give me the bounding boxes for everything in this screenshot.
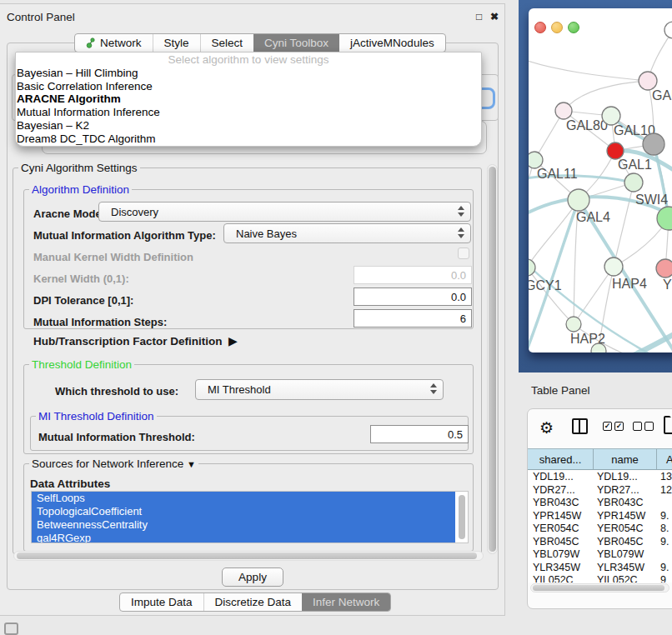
stepper-arrows-icon — [430, 383, 437, 394]
table-row[interactable]: YPR145WYPR145W9. — [528, 510, 672, 523]
mi-threshold-input[interactable]: 0.5 — [370, 425, 469, 443]
bottom-tab-impute-data[interactable]: Impute Data — [120, 593, 203, 611]
select-all-check-icon[interactable]: ✓ — [603, 422, 612, 431]
hub-definition-label[interactable]: Hub/Transcription Factor Definition — [33, 335, 223, 348]
kernel-width-label: Kernel Width (0,1): — [33, 272, 129, 285]
attribute-item-selfloops[interactable]: SelfLoops — [32, 492, 455, 505]
network-node-y[interactable] — [656, 259, 672, 278]
network-node-gal11[interactable] — [529, 152, 543, 168]
algorithm-option-bayesian-hill-climbing[interactable]: Bayesian – Hill Climbing — [16, 67, 481, 80]
attribute-item-gal4rgexp[interactable]: gal4RGexp — [32, 532, 455, 543]
network-node-hap2[interactable] — [566, 317, 581, 332]
settings-vertical-scrollbar[interactable] — [487, 164, 498, 554]
apply-button[interactable]: Apply — [222, 568, 283, 587]
network-node-gcy1[interactable] — [529, 259, 535, 276]
table-horizontal-scrollbar[interactable] — [530, 583, 669, 592]
table-row[interactable]: YBR043CYBR043C — [528, 497, 672, 510]
algorithm-option-bayesian-k2[interactable]: Bayesian – K2 — [16, 119, 481, 132]
mi-threshold-label: Mutual Information Threshold: — [38, 431, 195, 443]
collapsed-panel-icon[interactable] — [4, 622, 18, 635]
collapse-down-icon[interactable]: ▼ — [187, 459, 196, 469]
network-node-label: Y — [663, 278, 672, 292]
mi-steps-input[interactable]: 6 — [354, 309, 472, 328]
gear-icon[interactable]: ⚙ — [539, 418, 554, 438]
aracne-mode-value: Discovery — [111, 206, 158, 218]
algorithm-option-basic-correlation-inference[interactable]: Basic Correlation Inference — [16, 80, 481, 93]
network-node-gal1[interactable] — [607, 142, 624, 159]
table-panel-card: ⚙ ✓ ✓ shared... name A YDL19...YDL19...1… — [527, 408, 672, 609]
which-threshold-label: Which threshold to use: — [55, 385, 178, 398]
dpi-tolerance-input[interactable]: 0.0 — [354, 288, 472, 306]
attribute-item-topologicalcoefficient[interactable]: TopologicalCoefficient — [32, 505, 455, 518]
mi-type-value: Naive Bayes — [236, 228, 297, 240]
network-graph[interactable]: GALGAL80GAL10GAL1GAL11SWI4GAL4GCY1HAP4YH… — [529, 8, 672, 352]
table-rows: YDL19...YDL19...13YDR27...YDR27...12YBR0… — [528, 471, 672, 582]
select-all-check2-icon[interactable]: ✓ — [614, 422, 624, 431]
tab-jactivemnodules[interactable]: jActiveMNodules — [339, 34, 445, 52]
network-node-gal[interactable] — [639, 72, 657, 90]
network-node-label: GAL80 — [566, 118, 608, 132]
data-attributes-list[interactable]: SelfLoopsTopologicalCoefficientBetweenne… — [31, 491, 469, 543]
threshold-definition-title: Threshold Definition — [29, 358, 134, 371]
table-row[interactable]: YDR27...YDR27...12 — [528, 484, 672, 498]
network-edge[interactable] — [529, 268, 574, 324]
network-node-label: HAP4 — [612, 277, 647, 291]
network-edge[interactable] — [529, 58, 648, 81]
deselect-all2-icon[interactable] — [644, 422, 654, 431]
algorithm-option-aracne-algorithm[interactable]: ARACNE Algorithm — [16, 92, 481, 106]
network-node-label: GAL11 — [537, 167, 578, 181]
float-window-icon[interactable]: □ — [476, 11, 482, 22]
network-node-label: GCY1 — [529, 278, 562, 292]
network-node-label: GAL4 — [576, 210, 610, 224]
table-row[interactable]: YBL079WYBL079W — [528, 548, 672, 562]
tab-cyni-toolbox[interactable]: Cyni Toolbox — [253, 34, 339, 52]
algorithm-option-mutual-information-inference[interactable]: Mutual Information Inference — [16, 106, 481, 119]
tab-select[interactable]: Select — [200, 34, 254, 52]
expand-right-icon[interactable]: ▶ — [228, 334, 238, 348]
settings-horizontal-scrollbar[interactable] — [13, 551, 484, 561]
attribute-item-betweennesscentrality[interactable]: BetweennessCentrality — [32, 518, 455, 532]
mi-type-select[interactable]: Naive Bayes — [223, 223, 471, 243]
columns-icon[interactable] — [572, 418, 588, 434]
network-node-gal10[interactable] — [602, 107, 620, 125]
aracne-mode-select[interactable]: Discovery — [98, 202, 471, 222]
table-row[interactable]: YBR045CYBR045C9. — [528, 536, 672, 549]
table-panel-title: Table Panel — [531, 384, 590, 397]
network-node-swi4[interactable] — [624, 173, 643, 192]
network-node-gal4[interactable] — [568, 189, 589, 211]
cyni-settings-title: Cyni Algorithm Settings — [18, 162, 140, 174]
manual-kernel-label: Manual Kernel Width Definition — [33, 251, 193, 263]
close-window-icon[interactable]: ✖ — [490, 11, 499, 22]
table-row[interactable]: YIL052CYIL052C9 — [528, 574, 672, 582]
column-header-shared[interactable]: shared... — [528, 449, 594, 469]
network-node-gal80[interactable] — [555, 102, 572, 119]
manual-kernel-checkbox[interactable] — [458, 248, 469, 259]
deselect-all-icon[interactable] — [633, 422, 642, 431]
network-view-window[interactable]: GALGAL80GAL10GAL1GAL11SWI4GAL4GCY1HAP4YH… — [529, 8, 672, 352]
mi-threshold-title: MI Threshold Definition — [36, 410, 157, 422]
algorithm-dropdown-popup: Select algorithm to view settings Bayesi… — [15, 52, 482, 147]
table-row[interactable]: YLR345WYLR345W9. — [528, 562, 672, 575]
column-header-name[interactable]: name — [594, 449, 657, 469]
network-node[interactable] — [643, 133, 664, 155]
tab-style[interactable]: Style — [153, 34, 200, 52]
network-node[interactable] — [664, 22, 672, 38]
table-header: shared... name A — [528, 448, 672, 470]
network-edge[interactable] — [614, 182, 634, 267]
kernel-width-input[interactable]: 0.0 — [354, 266, 472, 284]
network-node-label: SWI4 — [635, 192, 668, 207]
network-node-hap4[interactable] — [604, 258, 623, 276]
bottom-tab-infer-network[interactable]: Infer Network — [302, 593, 390, 611]
table-row[interactable]: YER054CYER054C8. — [528, 522, 672, 536]
algorithm-option-dream8-dc-tdc-algorithm[interactable]: Dream8 DC_TDC Algorithm — [16, 132, 481, 146]
data-attributes-label: Data Attributes — [30, 478, 110, 490]
which-threshold-select[interactable]: MI Threshold — [195, 379, 444, 400]
column-header-partial[interactable]: A — [657, 449, 672, 469]
network-edge[interactable] — [564, 81, 648, 111]
export-table-icon[interactable] — [664, 416, 672, 434]
table-row[interactable]: YDL19...YDL19...13 — [528, 471, 672, 484]
tab-network[interactable]: Network — [75, 34, 153, 52]
bottom-tab-discretize-data[interactable]: Discretize Data — [203, 593, 303, 611]
table-toolbar: ⚙ ✓ ✓ — [528, 409, 672, 448]
list-scrollbar[interactable] — [459, 495, 465, 539]
